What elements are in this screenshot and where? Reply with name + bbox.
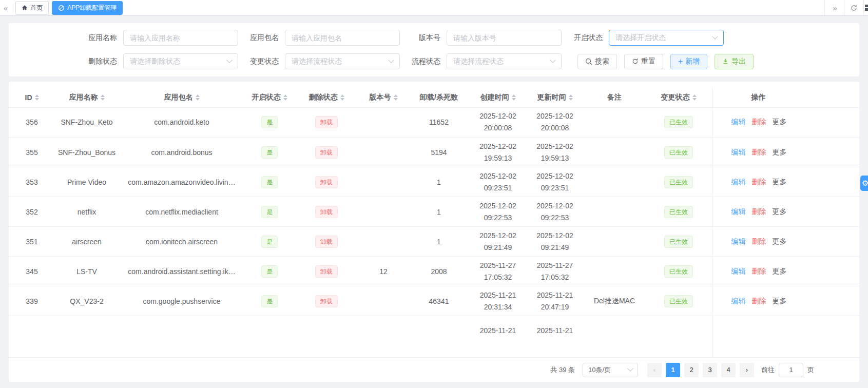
reset-button[interactable]: 重置 xyxy=(624,54,663,69)
edit-link[interactable]: 编辑 xyxy=(731,118,746,126)
sort-caret-icon[interactable] xyxy=(692,94,697,101)
cell-count: 1 xyxy=(408,227,470,257)
cell-count: 46341 xyxy=(408,286,470,316)
page-button-1[interactable]: 1 xyxy=(666,363,680,377)
cell-created: 2025-12-0219:59:13 xyxy=(470,138,526,167)
tab-home[interactable]: 首页 xyxy=(15,1,49,15)
column-header-del[interactable]: 删除状态 xyxy=(294,88,359,107)
status-tag: 已生效 xyxy=(664,116,693,128)
version-input[interactable] xyxy=(447,30,562,46)
chevron-down-icon xyxy=(226,57,232,63)
delete-link[interactable]: 删除 xyxy=(752,178,766,186)
column-header-pkg[interactable]: 应用包名 xyxy=(119,88,245,107)
column-header-name[interactable]: 应用名称 xyxy=(55,88,119,107)
column-header-created[interactable]: 创建时间 xyxy=(470,88,526,107)
sort-caret-icon[interactable] xyxy=(569,94,573,101)
more-link[interactable]: 更多 xyxy=(773,207,787,216)
chevron-down-icon xyxy=(550,57,555,63)
delete-link[interactable]: 删除 xyxy=(752,237,766,245)
table-row: 339QX_V23-2com.google.pushservice是卸载4634… xyxy=(9,286,859,316)
sort-caret-icon[interactable] xyxy=(101,94,105,101)
change-status-select[interactable]: 请选择流程状态 xyxy=(285,53,400,69)
ban-icon xyxy=(58,5,65,11)
page-button-2[interactable]: 2 xyxy=(684,363,699,377)
filter-app-package: 应用包名 xyxy=(238,30,400,46)
more-link[interactable]: 更多 xyxy=(773,118,787,126)
scroll-left-icon[interactable]: « xyxy=(0,4,12,12)
delete-link[interactable]: 删除 xyxy=(752,297,766,305)
page-button-3[interactable]: 3 xyxy=(703,363,717,377)
cell-enable xyxy=(245,316,294,333)
delete-link[interactable]: 删除 xyxy=(752,148,766,156)
edit-link[interactable]: 编辑 xyxy=(731,297,746,305)
delete-link[interactable]: 删除 xyxy=(752,267,766,275)
scroll-right-icon[interactable]: » xyxy=(824,0,844,16)
tab-app-uninstall-config[interactable]: APP卸载配置管理 xyxy=(52,1,123,15)
search-button[interactable]: 搜索 xyxy=(577,54,617,69)
page-button-4[interactable]: 4 xyxy=(721,363,736,377)
cell-name: airscreen xyxy=(55,227,119,257)
datetime-line: 2025-12-02 xyxy=(473,110,523,122)
process-status-select[interactable]: 请选择流程状态 xyxy=(447,53,562,69)
edit-link[interactable]: 编辑 xyxy=(731,178,746,186)
cell-version xyxy=(359,316,408,333)
cell-remark xyxy=(584,108,645,138)
edit-link[interactable]: 编辑 xyxy=(731,148,746,156)
edit-link[interactable]: 编辑 xyxy=(731,267,746,275)
prev-page-button[interactable]: ‹ xyxy=(647,363,662,377)
app-package-input[interactable] xyxy=(285,30,400,46)
next-page-button[interactable]: › xyxy=(740,363,754,377)
datetime-line: 2025-12-02 xyxy=(473,141,523,152)
sort-caret-icon[interactable] xyxy=(340,94,344,101)
cell-enable: 是 xyxy=(245,108,294,138)
cell-updated: 2025-11-21 xyxy=(526,316,584,333)
more-link[interactable]: 更多 xyxy=(773,148,787,156)
edit-link[interactable]: 编辑 xyxy=(731,237,746,245)
cell-pkg: com.amazon.amazonvideo.livin… xyxy=(119,167,245,197)
column-header-version[interactable]: 版本号 xyxy=(359,88,408,107)
delete-link[interactable]: 删除 xyxy=(752,207,766,216)
more-link[interactable]: 更多 xyxy=(773,267,787,275)
column-header-enable[interactable]: 开启状态 xyxy=(245,88,294,107)
datetime-line: 20:00:08 xyxy=(473,122,523,134)
edit-link[interactable]: 编辑 xyxy=(731,207,746,216)
cell-id: 355 xyxy=(9,138,55,167)
sort-caret-icon[interactable] xyxy=(35,94,39,101)
app-name-input[interactable] xyxy=(123,30,238,46)
column-header-remark: 备注 xyxy=(584,88,645,107)
add-button[interactable]: + 新增 xyxy=(670,54,707,69)
sort-caret-icon[interactable] xyxy=(394,94,398,101)
more-link[interactable]: 更多 xyxy=(773,297,787,305)
delete-link[interactable]: 删除 xyxy=(752,118,766,126)
column-label: 变更状态 xyxy=(661,93,690,102)
column-header-updated[interactable]: 更新时间 xyxy=(526,88,584,107)
cell-remark xyxy=(584,197,645,227)
more-link[interactable]: 更多 xyxy=(773,178,787,186)
column-label: 操作 xyxy=(751,93,766,102)
sort-caret-icon[interactable] xyxy=(512,94,516,101)
table-settings-gear-button[interactable]: ⚙ xyxy=(860,176,868,191)
more-link[interactable]: 更多 xyxy=(773,237,787,245)
page-size-select[interactable]: 10条/页 xyxy=(583,363,638,377)
export-button[interactable]: 导出 xyxy=(715,54,754,69)
pagination-bar: 共 39 条 10条/页 ‹ 1234 › 前往 页 xyxy=(9,358,859,382)
status-tag: 是 xyxy=(261,146,278,159)
cell-count: 1 xyxy=(408,197,470,227)
cell-count: 1 xyxy=(408,167,470,197)
goto-page-input[interactable] xyxy=(779,363,803,377)
column-header-id[interactable]: ID xyxy=(9,88,55,107)
enable-status-select[interactable]: 请选择开启状态 xyxy=(609,30,724,46)
table-body-scroll-area[interactable]: 356SNF-Zhou_Ketocom.android.keto是卸载11652… xyxy=(9,108,859,333)
refresh-page-icon[interactable] xyxy=(844,0,863,16)
filter-delete-status: 删除状态 请选择删除状态 xyxy=(21,53,238,69)
cell-enable: 是 xyxy=(245,197,294,227)
field-label: 流程状态 xyxy=(400,57,447,66)
table-row: 352netflixcom.netflix.mediaclient是卸载1202… xyxy=(9,197,859,227)
cell-actions: 编辑删除更多 xyxy=(712,286,859,316)
cell-pkg: com.netflix.mediaclient xyxy=(119,197,245,227)
delete-status-select[interactable]: 请选择删除状态 xyxy=(123,53,238,69)
column-header-change[interactable]: 变更状态 xyxy=(645,88,712,107)
sort-caret-icon[interactable] xyxy=(196,94,200,101)
sort-caret-icon[interactable] xyxy=(283,94,287,101)
clipped-toolbar-icon[interactable] xyxy=(863,0,868,16)
